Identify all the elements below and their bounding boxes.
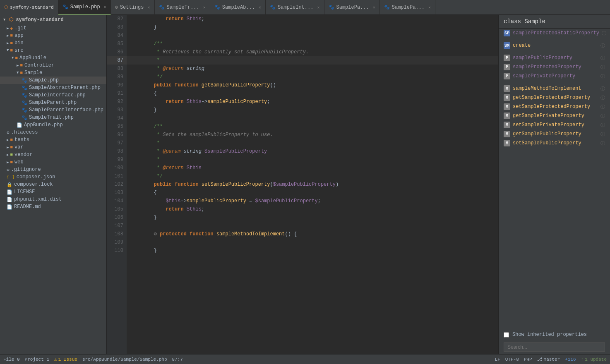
sidebar-item-htaccess[interactable]: ⚙ .htaccess xyxy=(0,129,106,136)
sidebar-item-readme[interactable]: 📄 README.md xyxy=(0,203,106,211)
panel-item-m-setprivate[interactable]: M setSamplePrivateProperty ⓘ xyxy=(499,120,610,129)
info-icon[interactable]: ⓘ xyxy=(602,30,606,36)
tab-sample-abstract[interactable]: 🐾 SampleAb... ✕ xyxy=(210,0,266,15)
sidebar-item-sampletrait[interactable]: 🐾 SampleTrait.php xyxy=(0,114,106,121)
status-update[interactable]: ↑ 1 update xyxy=(581,357,607,362)
panel-item-m-getprotected[interactable]: M getSampleProtectedProperty ⓘ xyxy=(499,93,610,102)
sidebar-item-license[interactable]: 📄 LICENSE xyxy=(0,188,106,196)
panel-item-p-private[interactable]: P samplePrivateProperty ⓘ xyxy=(499,72,610,81)
badge-m: M xyxy=(504,94,510,101)
tab-sample-trait[interactable]: 🐾 SampleTr... ✕ xyxy=(155,0,210,15)
status-changes[interactable]: +116 xyxy=(565,357,576,362)
item-label: setSampleProtectedProperty xyxy=(513,104,590,110)
sidebar-item-gitignore[interactable]: ⚙ .gitignore xyxy=(0,166,106,173)
badge-m: M xyxy=(504,113,510,119)
code-line-102: public function setSamplePublicProperty(… xyxy=(127,180,498,189)
info-icon[interactable]: ⓘ xyxy=(600,73,605,79)
item-label: .git xyxy=(14,25,26,31)
info-icon[interactable]: ⓘ xyxy=(600,104,605,110)
tab-close-icon[interactable]: ✕ xyxy=(203,5,206,10)
panel-item-p-public[interactable]: P samplePublicProperty ⓘ xyxy=(499,53,610,62)
code-line-109 xyxy=(127,238,498,247)
sidebar-item-composer-json[interactable]: { } composer.json xyxy=(0,173,106,181)
sidebar-item-appbundle-php[interactable]: 📄 AppBundle.php xyxy=(0,121,106,129)
sidebar-item-sample-php[interactable]: 🐾 Sample.php xyxy=(0,77,106,84)
code-line-108: ⚙ protected function sampleMethodToImple… xyxy=(127,230,498,238)
file-icon: 📄 xyxy=(7,204,12,210)
panel-item-sp-property[interactable]: SP sampleProtectedStaticProperty ⓘ xyxy=(499,29,610,38)
info-icon[interactable]: ⓘ xyxy=(600,55,605,61)
info-icon[interactable]: ⓘ xyxy=(600,43,605,49)
changes-label: +116 xyxy=(565,357,576,362)
folder-icon: ■ xyxy=(10,41,13,46)
status-file-count: File 0 xyxy=(3,357,20,362)
sidebar-item-sampleparent[interactable]: 🐾 SampleParent.php xyxy=(0,99,106,106)
badge-sm: SM xyxy=(504,42,510,49)
info-icon[interactable]: ⓘ xyxy=(600,140,605,146)
folder-icon: ■ xyxy=(15,55,18,60)
status-vcs[interactable]: ⎇ master xyxy=(537,357,560,362)
sidebar-item-tests[interactable]: ▶ ■ tests xyxy=(0,136,106,144)
status-bar: File 0 Project 1 ⚠ 1 Issue src/AppBundle… xyxy=(0,354,610,364)
tab-sample-pa1[interactable]: 🐾 SamplePa... ✕ xyxy=(324,0,380,15)
panel-item-m-getprivate[interactable]: M getSamplePrivateProperty ⓘ xyxy=(499,111,610,120)
file-icon: 📄 xyxy=(17,122,22,128)
badge-m: M xyxy=(504,131,510,137)
status-issue[interactable]: ⚠ 1 Issue xyxy=(54,357,77,362)
status-encoding[interactable]: UTF-8 xyxy=(505,357,519,362)
tab-sample-int[interactable]: 🐾 SampleInt... ✕ xyxy=(266,0,324,15)
tab-settings[interactable]: ⚙ Settings ✕ xyxy=(111,0,155,15)
sidebar-item-git[interactable]: ▶ ◆ .git xyxy=(0,24,106,32)
sidebar-item-phpunit[interactable]: 📄 phpunit.xml.dist xyxy=(0,196,106,203)
tab-sample-pa2[interactable]: 🐾 SamplePa... ✕ xyxy=(380,0,435,15)
sidebar-item-var[interactable]: ▶ ■ var xyxy=(0,144,106,151)
tab-close-icon[interactable]: ✕ xyxy=(373,5,375,10)
sidebar-item-composer-lock[interactable]: 🔒 composer.lock xyxy=(0,181,106,188)
panel-search-input[interactable] xyxy=(504,342,605,352)
info-icon[interactable]: ⓘ xyxy=(600,64,605,70)
panel-item-m-setpublic[interactable]: M setSamplePublicProperty ⓘ xyxy=(499,139,610,148)
item-label: AppBundle.php xyxy=(24,122,63,128)
code-lines: return $this; } /** * Retrieves the curr… xyxy=(127,15,498,354)
sidebar-item-controller[interactable]: ▶ ■ Controller xyxy=(0,62,106,69)
arrow-icon: ▼ xyxy=(12,56,14,60)
panel-structure: SP sampleProtectedStaticProperty ⓘ SM cr… xyxy=(499,29,610,148)
panel-item-sm-create[interactable]: SM create ⓘ xyxy=(499,41,610,50)
info-icon[interactable]: ⓘ xyxy=(600,113,605,119)
sidebar-item-src[interactable]: ▼ ■ src xyxy=(0,47,106,54)
code-container[interactable]: 82 83 84 85 86 87 88 89 90 91 92 93 94 9… xyxy=(107,15,498,354)
sidebar-item-sampleinterface[interactable]: 🐾 SampleInterface.php xyxy=(0,91,106,99)
arrow-icon: ▶ xyxy=(7,160,9,165)
folder-icon: ◆ xyxy=(10,26,13,31)
panel-item-m-setprotected[interactable]: M setSampleProtectedProperty ⓘ xyxy=(499,102,610,111)
info-icon[interactable]: ⓘ xyxy=(600,86,605,92)
tab-close-icon[interactable]: ✕ xyxy=(317,5,319,10)
sidebar-item-app[interactable]: ▶ ■ app xyxy=(0,32,106,39)
status-filetype[interactable]: PHP xyxy=(524,357,532,362)
show-inherited-checkbox[interactable] xyxy=(504,332,509,338)
tab-sample-php[interactable]: 🐾 Sample.php ✕ xyxy=(58,0,111,15)
tab-close-icon[interactable]: ✕ xyxy=(259,5,261,10)
info-icon[interactable]: ⓘ xyxy=(600,122,605,128)
panel-item-p-protected[interactable]: P sampleProtectedProperty ⓘ xyxy=(499,62,610,72)
item-label: AppBundle xyxy=(19,55,46,61)
ln-101: 101 xyxy=(107,172,127,180)
sidebar-item-vendor[interactable]: ▶ ■ vendor xyxy=(0,151,106,158)
item-label: Sample.php xyxy=(29,77,59,83)
sidebar-item-sampleparentinterface[interactable]: 🐾 SampleParentInterface.php xyxy=(0,106,106,114)
status-line-ending[interactable]: LF xyxy=(495,357,500,362)
panel-item-m-getpublic[interactable]: M getSamplePublicProperty ⓘ xyxy=(499,129,610,139)
sidebar-item-bin[interactable]: ▶ ■ bin xyxy=(0,39,106,47)
sidebar-item-web[interactable]: ▶ ■ web xyxy=(0,158,106,166)
panel-item-m-implement[interactable]: M sampleMethodToImplement ⓘ xyxy=(499,84,610,93)
tab-close-icon[interactable]: ✕ xyxy=(148,5,150,10)
code-line-103: { xyxy=(127,189,498,197)
folder-icon: ■ xyxy=(20,63,23,68)
sidebar-item-sample[interactable]: ▼ ■ Sample xyxy=(0,69,106,77)
info-icon[interactable]: ⓘ xyxy=(600,95,605,101)
info-icon[interactable]: ⓘ xyxy=(600,131,605,137)
tab-close-icon[interactable]: ✕ xyxy=(104,5,106,10)
sidebar-item-appbundle[interactable]: ▼ ■ AppBundle xyxy=(0,54,106,62)
tab-close-icon[interactable]: ✕ xyxy=(428,5,431,10)
sidebar-item-sampleabstractparent[interactable]: 🐾 SampleAbstractParent.php xyxy=(0,84,106,91)
